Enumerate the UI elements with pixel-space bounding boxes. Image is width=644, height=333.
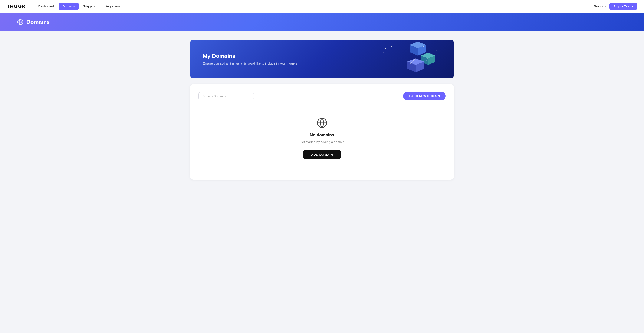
svg-text:✦: ✦ (407, 61, 409, 62)
page-title: Domains (26, 19, 50, 25)
add-new-domain-button[interactable]: + ADD NEW DOMAIN (403, 92, 446, 100)
domains-card: + ADD NEW DOMAIN No domains Get started … (190, 84, 454, 180)
search-input[interactable] (198, 92, 254, 100)
domains-globe-icon (17, 19, 24, 25)
empty-test-label: Empty Test (613, 4, 630, 8)
navbar: TRGGR Dashboard Domains Triggers Integra… (0, 0, 644, 13)
svg-text:✦: ✦ (384, 46, 386, 50)
add-new-domain-label: + ADD NEW DOMAIN (409, 94, 440, 98)
svg-text:✦: ✦ (436, 50, 438, 52)
hero-card-subtitle: Ensure you add all the variants you'd li… (203, 62, 297, 65)
add-domain-cta-button[interactable]: ADD DOMAIN (304, 150, 341, 159)
empty-state-title: No domains (310, 133, 334, 138)
nav-right: Teams ⬍ Empty Test ▾ (594, 3, 637, 10)
hero-card-content: My Domains Ensure you add all the varian… (203, 53, 297, 65)
nav-dashboard[interactable]: Dashboard (34, 3, 58, 10)
empty-test-chevron-icon: ▾ (632, 5, 633, 8)
nav-integrations[interactable]: Integrations (100, 3, 124, 10)
teams-chevron-icon: ⬍ (604, 5, 606, 8)
hero-illustration: ✦ ✦ ✦ (394, 42, 441, 76)
empty-state: No domains Get started by adding a domai… (198, 109, 446, 172)
logo: TRGGR (7, 4, 26, 9)
teams-button[interactable]: Teams ⬍ (594, 4, 606, 8)
hero-card: My Domains Ensure you add all the varian… (190, 40, 454, 78)
svg-text:✦: ✦ (422, 45, 424, 48)
add-domain-cta-label: ADD DOMAIN (311, 153, 333, 156)
svg-text:✦: ✦ (383, 52, 384, 54)
nav-triggers[interactable]: Triggers (80, 3, 99, 10)
hero-card-title: My Domains (203, 53, 297, 60)
main-content: My Domains Ensure you add all the varian… (173, 31, 471, 188)
stars-decoration: ✦ ✦ ✦ (382, 45, 394, 57)
page-header: Domains (0, 13, 644, 31)
empty-globe-icon (316, 117, 328, 128)
empty-test-button[interactable]: Empty Test ▾ (610, 3, 637, 10)
nav-domains[interactable]: Domains (58, 3, 79, 10)
teams-label: Teams (594, 4, 603, 8)
domains-card-top: + ADD NEW DOMAIN (198, 92, 446, 100)
search-input-wrap (198, 92, 254, 100)
svg-text:✦: ✦ (390, 45, 392, 48)
nav-links: Dashboard Domains Triggers Integrations (34, 3, 594, 10)
empty-state-subtitle: Get started by adding a domain (300, 140, 344, 144)
